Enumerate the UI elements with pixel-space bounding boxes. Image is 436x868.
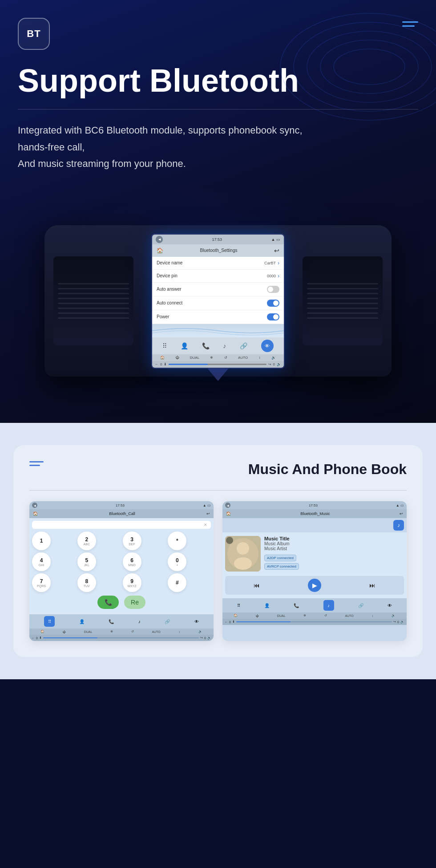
screen-back-btn[interactable] (156, 236, 163, 243)
call-nav-eye[interactable]: 👁 (194, 619, 199, 624)
auto-connect-row[interactable]: Auto connect (152, 296, 284, 310)
music-nav-active[interactable]: ♪ (323, 600, 334, 611)
nav-contacts-icon[interactable]: 👤 (181, 342, 188, 349)
svg-point-7 (237, 542, 249, 555)
music-panel-back-btn[interactable]: ◀ (225, 503, 230, 508)
call-nav-link[interactable]: 🔗 (165, 619, 170, 624)
key-8[interactable]: 8TUV (77, 573, 96, 592)
auto-answer-label: Auto answer (157, 287, 182, 292)
key-1[interactable]: 1 (32, 531, 51, 550)
prev-button[interactable]: ⏮ (250, 579, 263, 592)
music-note-area: ♪ (222, 518, 407, 532)
key-0[interactable]: 0+ (168, 552, 186, 571)
music-ctrl-recirc[interactable]: ↺ (324, 614, 327, 617)
a2dp-badge: A2DP connected (264, 555, 296, 561)
auto-connect-toggle[interactable] (267, 300, 279, 307)
bt-logo: BT (18, 18, 50, 50)
nav-music-icon[interactable]: ♪ (223, 342, 226, 349)
bottom-menu-line-2 (29, 465, 40, 466)
bluetooth-settings-screen: 17:53 ▲ ▭ 🏠 Bluetooth_Settings ↩ Device … (151, 234, 285, 369)
music-panel-back[interactable]: ↩ (400, 511, 403, 516)
screen-bottom-nav: ⠿ 👤 📞 ♪ 🔗 👁 (152, 337, 284, 354)
key-6[interactable]: 6MNO (123, 552, 141, 571)
ctrl-recirculate[interactable]: ↺ (224, 356, 227, 360)
call-ctrl-fan[interactable]: ❄ (110, 630, 113, 633)
power-label: Power (157, 314, 169, 319)
call-panel-back[interactable]: ↩ (206, 511, 210, 516)
power-toggle[interactable] (267, 313, 279, 320)
nav-home-icon[interactable]: ⠿ (162, 342, 167, 349)
call-panel-time: 17:53 (116, 503, 125, 507)
music-album: Music Album (264, 541, 404, 546)
grille-left (53, 256, 133, 345)
music-nav-home[interactable]: ⠿ (237, 603, 240, 608)
slider-icon-2: ↪ (268, 362, 271, 366)
music-ctrl-power[interactable]: ⏻ (256, 614, 259, 617)
ctrl-volume[interactable]: 🔊 (271, 356, 276, 360)
key-9[interactable]: 9WXYZ (123, 573, 141, 592)
auto-answer-toggle[interactable] (267, 286, 279, 293)
music-nav-phone[interactable]: 📞 (294, 603, 299, 608)
screen-topbar: 🏠 Bluetooth_Settings ↩ (152, 244, 284, 257)
music-slider-row: ← 0 ⬇ ↪ 0 🔊 (222, 619, 407, 625)
album-art-needle (226, 537, 233, 544)
device-pin-row[interactable]: Device pin 0000 › (152, 270, 284, 283)
call-nav-music[interactable]: ♪ (138, 619, 141, 624)
call-nav-phone[interactable]: 📞 (109, 619, 114, 624)
music-nav-eye[interactable]: 👁 (388, 603, 392, 608)
music-ctrl-vol[interactable]: 🔊 (392, 614, 396, 617)
car-display: 17:53 ▲ ▭ 🏠 Bluetooth_Settings ↩ Device … (18, 185, 418, 417)
screen-home-icon[interactable]: 🏠 (157, 247, 163, 254)
key-hash[interactable]: # (168, 573, 186, 592)
device-pin-label: Device pin (157, 273, 178, 278)
nav-phone-icon[interactable]: 📞 (202, 342, 210, 349)
call-nav-contacts[interactable]: 👤 (79, 619, 85, 624)
ctrl-home[interactable]: 🏠 (160, 356, 165, 360)
ctrl-power[interactable]: ⏻ (175, 356, 179, 360)
power-row[interactable]: Power (152, 310, 284, 324)
call-button[interactable]: 📞 (97, 596, 119, 609)
redial-button[interactable]: Re (124, 596, 145, 609)
call-ctrl-power[interactable]: ⏻ (63, 630, 66, 633)
call-slider-row: ← 0 ⬇ ↪ 0 🔊 (29, 635, 214, 641)
key-3[interactable]: 3DEF (123, 531, 141, 550)
nav-link-icon[interactable]: 🔗 (240, 342, 247, 349)
call-panel-back-btn[interactable]: ◀ (32, 503, 37, 508)
nav-eye-icon[interactable]: 👁 (261, 340, 274, 352)
music-nav-link[interactable]: 🔗 (358, 603, 363, 608)
screen-statusbar: 17:53 ▲ ▭ (152, 235, 284, 244)
call-nav-active[interactable]: ⠿ (44, 616, 55, 627)
call-panel-home[interactable]: 🏠 (33, 511, 38, 516)
key-5[interactable]: 5JKL (77, 552, 96, 571)
call-ctrl-flow[interactable]: ↕ (178, 630, 180, 633)
key-2[interactable]: 2ABC (77, 531, 96, 550)
call-search-bar[interactable]: ✕ (32, 521, 211, 529)
music-ctrl-home[interactable]: 🏠 (234, 614, 238, 617)
ctrl-flow[interactable]: ↕ (258, 356, 260, 360)
menu-button[interactable] (402, 18, 418, 27)
music-nav-contacts[interactable]: 👤 (264, 603, 270, 608)
music-panel-topbar: 🏠 Bluetooth_Music ↩ (222, 509, 407, 518)
auto-answer-row[interactable]: Auto answer (152, 283, 284, 296)
screen-status-icons: ▲ ▭ (271, 237, 280, 242)
call-ctrl-vol[interactable]: 🔊 (198, 630, 202, 633)
key-star[interactable]: * (168, 531, 186, 550)
key-4[interactable]: 4GHI (32, 552, 51, 571)
call-search-clear[interactable]: ✕ (204, 523, 207, 527)
next-button[interactable]: ⏭ (366, 579, 379, 592)
music-panel-home[interactable]: 🏠 (226, 511, 231, 516)
call-ctrl-recirc[interactable]: ↺ (131, 630, 134, 633)
device-name-row[interactable]: Device name CarBT › (152, 257, 284, 270)
ctrl-fan[interactable]: ❄ (210, 356, 213, 360)
car-triangle-button[interactable] (207, 368, 229, 381)
bt-logo-text: BT (27, 28, 40, 40)
music-panel-content: Music Title Music Album Music Artist A2D… (222, 532, 407, 598)
play-button[interactable]: ▶ (308, 579, 321, 592)
call-ctrl-home[interactable]: 🏠 (40, 630, 44, 633)
screen-back-arrow[interactable]: ↩ (274, 247, 279, 254)
music-ctrl-flow[interactable]: ↕ (371, 614, 373, 617)
key-7[interactable]: 7PQRS (32, 573, 51, 592)
music-ctrl-fan[interactable]: ❄ (303, 614, 306, 617)
call-panel-bottom-nav: ⠿ 👤 📞 ♪ 🔗 👁 (29, 614, 214, 629)
screen-title: Bluetooth_Settings (200, 248, 238, 253)
